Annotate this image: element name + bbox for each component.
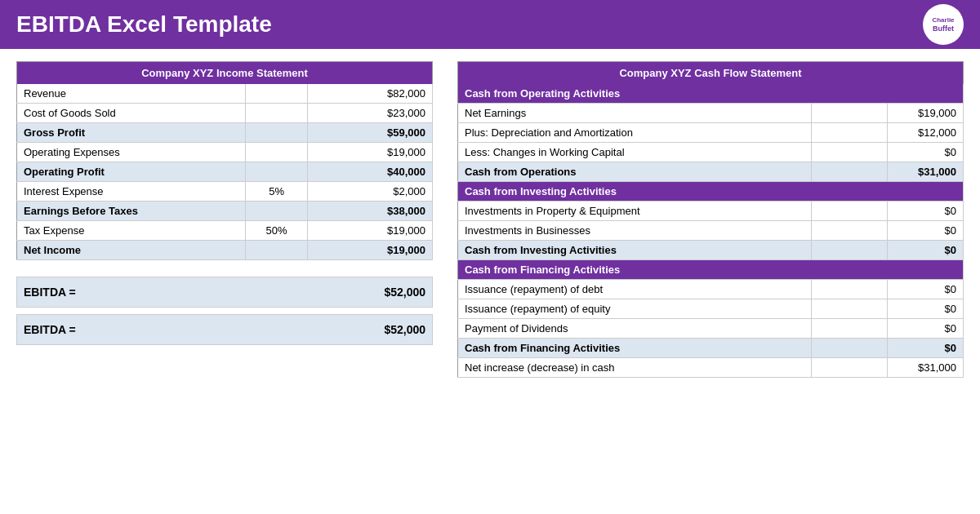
cf-table-row: Investments in Property & Equipment$0	[458, 202, 964, 221]
income-row-value: $19,000	[308, 221, 433, 241]
income-row-rate	[245, 143, 307, 162]
income-row-value: $40,000	[308, 162, 433, 182]
income-row-label: Tax Expense	[17, 221, 246, 241]
cf-table-row: Less: Changes in Working Capital$0	[458, 143, 964, 162]
cf-table-row: Payment of Dividends$0	[458, 319, 964, 339]
cf-row-rate	[812, 280, 888, 299]
cf-row-rate	[812, 319, 888, 339]
cf-section-header-row: Cash from Financing Activities	[458, 260, 964, 280]
cf-row-value: $31,000	[888, 358, 964, 378]
cf-row-label: Payment of Dividends	[458, 319, 812, 339]
income-row-label: Gross Profit	[17, 123, 246, 143]
cashflow-table: Company XYZ Cash Flow Statement Cash fro…	[457, 61, 964, 378]
cf-row-rate	[812, 202, 888, 221]
cf-table-row: Investments in Businesses$0	[458, 221, 964, 241]
income-row-rate	[245, 104, 307, 123]
ebitda-section: EBITDA = $52,000 EBITDA = $52,000	[16, 277, 433, 345]
cf-table-row: Cash from Financing Activities$0	[458, 339, 964, 358]
income-table-row: Operating Expenses$19,000	[17, 143, 433, 162]
logo-circle: Charlie Buffet	[923, 4, 964, 45]
ebitda-row-1: EBITDA = $52,000	[16, 277, 433, 308]
income-row-rate: 50%	[245, 221, 307, 241]
cf-row-value: $0	[888, 280, 964, 299]
cf-section-header-label: Cash from Financing Activities	[458, 260, 964, 280]
cf-row-value: $0	[888, 202, 964, 221]
cf-row-value: $0	[888, 241, 964, 260]
income-table-header: Company XYZ Income Statement	[17, 62, 433, 85]
income-row-value: $59,000	[308, 123, 433, 143]
cf-row-label: Investments in Property & Equipment	[458, 202, 812, 221]
income-row-rate: 5%	[245, 182, 307, 202]
cashflow-table-header: Company XYZ Cash Flow Statement	[458, 62, 964, 85]
income-table-row: Cost of Goods Sold$23,000	[17, 104, 433, 123]
cf-table-row: Plus: Depreciation and Amortization$12,0…	[458, 123, 964, 143]
cf-table-row: Issuance (repayment) of equity$0	[458, 299, 964, 319]
header: EBITDA Excel Template Charlie Buffet	[0, 0, 980, 49]
cf-row-value: $0	[888, 143, 964, 162]
income-row-value: $19,000	[308, 143, 433, 162]
left-panel: Company XYZ Income Statement Revenue$82,…	[16, 61, 433, 378]
income-row-rate	[245, 84, 307, 104]
income-table: Company XYZ Income Statement Revenue$82,…	[16, 61, 433, 260]
income-row-rate	[245, 202, 307, 221]
cf-row-rate	[812, 299, 888, 319]
income-row-value: $2,000	[308, 182, 433, 202]
cf-row-rate	[812, 123, 888, 143]
cf-row-rate	[812, 162, 888, 182]
cf-section-header-label: Cash from Operating Activities	[458, 84, 964, 104]
income-row-value: $19,000	[308, 241, 433, 260]
cf-row-rate	[812, 143, 888, 162]
cf-table-row: Cash from Investing Activities$0	[458, 241, 964, 260]
income-row-label: Net Income	[17, 241, 246, 260]
cf-row-label: Less: Changes in Working Capital	[458, 143, 812, 162]
cf-row-label: Net increase (decrease) in cash	[458, 358, 812, 378]
cf-table-row: Issuance (repayment) of debt$0	[458, 280, 964, 299]
cf-row-value: $0	[888, 319, 964, 339]
cf-row-label: Cash from Investing Activities	[458, 241, 812, 260]
cf-table-row: Net increase (decrease) in cash$31,000	[458, 358, 964, 378]
cf-row-label: Net Earnings	[458, 104, 812, 123]
main-content: Company XYZ Income Statement Revenue$82,…	[0, 49, 980, 390]
cf-table-row: Cash from Operations$31,000	[458, 162, 964, 182]
cf-row-label: Issuance (repayment) of equity	[458, 299, 812, 319]
svg-text:Charlie: Charlie	[932, 16, 955, 24]
cf-row-value: $12,000	[888, 123, 964, 143]
cf-row-rate	[812, 221, 888, 241]
income-table-row: Tax Expense50%$19,000	[17, 221, 433, 241]
cf-row-rate	[812, 104, 888, 123]
income-table-row: Gross Profit$59,000	[17, 123, 433, 143]
income-row-rate	[245, 123, 307, 143]
ebitda-label-1: EBITDA =	[24, 286, 76, 299]
income-row-label: Earnings Before Taxes	[17, 202, 246, 221]
income-row-value: $38,000	[308, 202, 433, 221]
cf-row-rate	[812, 339, 888, 358]
income-row-label: Operating Profit	[17, 162, 246, 182]
cf-row-rate	[812, 358, 888, 378]
cf-row-label: Investments in Businesses	[458, 221, 812, 241]
cf-section-header-label: Cash from Investing Activities	[458, 182, 964, 202]
logo-area: Charlie Buffet	[923, 4, 964, 45]
cf-row-value: $31,000	[888, 162, 964, 182]
cf-section-header-row: Cash from Investing Activities	[458, 182, 964, 202]
income-row-value: $82,000	[308, 84, 433, 104]
income-row-label: Cost of Goods Sold	[17, 104, 246, 123]
income-row-rate	[245, 241, 307, 260]
ebitda-value-1: $52,000	[384, 286, 425, 299]
right-panel: Company XYZ Cash Flow Statement Cash fro…	[457, 61, 964, 378]
income-row-label: Revenue	[17, 84, 246, 104]
cf-row-label: Cash from Financing Activities	[458, 339, 812, 358]
cf-row-label: Plus: Depreciation and Amortization	[458, 123, 812, 143]
cf-row-value: $19,000	[888, 104, 964, 123]
income-table-row: Interest Expense5%$2,000	[17, 182, 433, 202]
svg-text:Buffet: Buffet	[933, 24, 954, 33]
income-row-rate	[245, 162, 307, 182]
ebitda-value-2: $52,000	[384, 323, 425, 336]
cf-row-value: $0	[888, 221, 964, 241]
cf-table-row: Net Earnings$19,000	[458, 104, 964, 123]
cf-section-header-row: Cash from Operating Activities	[458, 84, 964, 104]
ebitda-row-2: EBITDA = $52,000	[16, 314, 433, 345]
cf-row-label: Issuance (repayment) of debt	[458, 280, 812, 299]
header-title: EBITDA Excel Template	[16, 11, 272, 38]
ebitda-label-2: EBITDA =	[24, 323, 76, 336]
income-table-row: Earnings Before Taxes$38,000	[17, 202, 433, 221]
